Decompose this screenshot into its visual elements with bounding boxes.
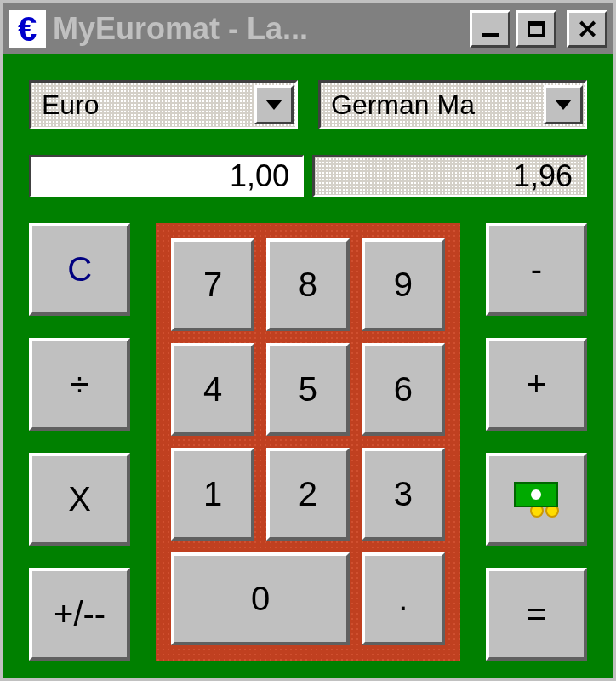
digit-5-button[interactable]: 5 — [266, 343, 350, 436]
input-display[interactable]: 1,00 — [29, 155, 304, 197]
calculator-window: € MyEuromat - La... ✕ Euro German Ma — [0, 0, 616, 681]
window-title: MyEuromat - La... — [53, 11, 463, 47]
digit-8-button[interactable]: 8 — [266, 238, 350, 331]
minus-button[interactable]: - — [486, 223, 587, 316]
output-display: 1,96 — [312, 155, 587, 197]
titlebar[interactable]: € MyEuromat - La... ✕ — [3, 3, 613, 54]
euro-icon: € — [9, 10, 46, 48]
digit-0-button[interactable]: 0 — [171, 552, 350, 645]
clear-button[interactable]: C — [29, 223, 130, 316]
chevron-down-icon[interactable] — [254, 85, 294, 124]
money-icon — [513, 482, 559, 518]
chevron-down-icon[interactable] — [544, 85, 583, 124]
target-currency-dropdown[interactable]: German Ma — [318, 80, 587, 129]
window-controls: ✕ — [470, 10, 607, 48]
digit-6-button[interactable]: 6 — [362, 343, 445, 436]
maximize-icon — [528, 21, 545, 37]
maximize-button[interactable] — [516, 10, 556, 48]
sign-button[interactable]: +/-- — [29, 568, 130, 661]
close-button[interactable]: ✕ — [567, 10, 607, 48]
digit-4-button[interactable]: 4 — [171, 343, 254, 436]
operator-column-left: C ÷ X +/-- — [29, 223, 130, 661]
source-currency-dropdown[interactable]: Euro — [29, 80, 298, 129]
source-currency-value: Euro — [31, 89, 253, 121]
close-icon: ✕ — [577, 14, 598, 44]
currency-selectors: Euro German Ma — [29, 80, 587, 129]
minimize-button[interactable] — [470, 10, 510, 48]
plus-button[interactable]: + — [486, 338, 587, 431]
calculator-body: Euro German Ma 1,00 1,96 C ÷ X +/-- — [3, 54, 613, 678]
banknote-icon — [514, 482, 558, 507]
minimize-icon — [482, 33, 499, 37]
number-pad: 7 8 9 4 5 6 1 2 3 0 . — [156, 223, 460, 661]
operator-column-right: - + = — [486, 223, 587, 661]
digit-9-button[interactable]: 9 — [362, 238, 445, 331]
decimal-button[interactable]: . — [362, 552, 445, 645]
divide-button[interactable]: ÷ — [29, 338, 130, 431]
digit-3-button[interactable]: 3 — [362, 448, 445, 541]
display-row: 1,00 1,96 — [29, 155, 587, 197]
digit-1-button[interactable]: 1 — [171, 448, 254, 541]
multiply-button[interactable]: X — [29, 453, 130, 546]
target-currency-value: German Ma — [321, 89, 542, 121]
digit-7-button[interactable]: 7 — [171, 238, 254, 331]
digit-2-button[interactable]: 2 — [266, 448, 350, 541]
convert-button[interactable] — [486, 453, 587, 546]
equals-button[interactable]: = — [486, 568, 587, 661]
keypad: C ÷ X +/-- 7 8 9 4 5 6 1 2 3 0 . - — [29, 223, 587, 661]
